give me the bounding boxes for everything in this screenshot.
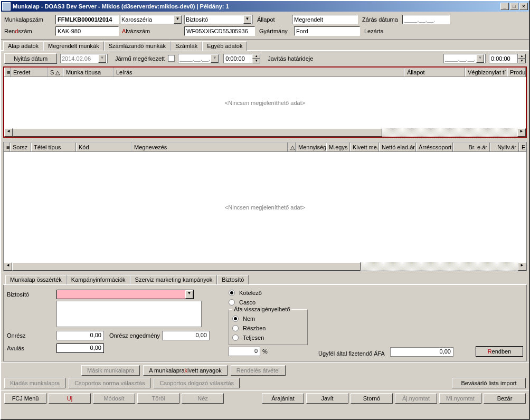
col-sort[interactable]: △ xyxy=(288,142,296,151)
col-megnevezes[interactable]: Megnevezés xyxy=(131,142,288,151)
rendben-button[interactable]: Rendben xyxy=(476,346,523,357)
grid-hscroll[interactable]: ◄ ► xyxy=(4,262,526,271)
minimize-button[interactable]: _ xyxy=(500,3,509,10)
ugyfel-afa-input[interactable]: 0,00 xyxy=(390,347,453,357)
casco-radio[interactable] xyxy=(229,299,235,306)
scroll-thumb[interactable] xyxy=(12,262,361,271)
csoportos-dolgozo-button[interactable]: Csoportos dolgozó választás xyxy=(154,378,240,388)
kiadas-munkalapra-button[interactable]: Kiadás munkalapra xyxy=(4,378,65,388)
casco-label: Casco xyxy=(237,299,255,306)
mlnyomtat-button[interactable]: Ml.nyomtat xyxy=(439,393,481,404)
col-kivett[interactable]: Kivett me. xyxy=(350,142,379,151)
reszben-radio[interactable] xyxy=(232,325,239,331)
onresz-engedmeny-input[interactable]: 0,00 xyxy=(162,331,210,340)
dropdown-icon[interactable]: ▼ xyxy=(174,15,182,24)
col-s[interactable]: S △ xyxy=(48,68,63,77)
app-icon xyxy=(2,2,11,11)
afa-fieldset: Áfa visszaigényelhető Nem Részben Teljes… xyxy=(229,309,308,345)
nem-radio[interactable] xyxy=(232,316,239,322)
time2-input[interactable]: 0:00:00 xyxy=(489,54,518,63)
time1-input[interactable]: 0:00:00 xyxy=(223,54,252,63)
arajanlat-button[interactable]: Árajánlat xyxy=(262,393,304,404)
torol-button[interactable]: Töröl xyxy=(137,393,179,404)
nyitas-datum-button[interactable]: Nyitás dátum xyxy=(4,53,57,64)
kotelezo-radio[interactable] xyxy=(229,290,235,296)
karosszeria-select[interactable]: Karosszéria▼ xyxy=(120,15,183,24)
col-netto[interactable]: Nettó elad.ár xyxy=(379,142,416,151)
col-vegbizonylat[interactable]: Végbizonylat tí xyxy=(465,68,507,77)
csoportos-norma-button[interactable]: Csoportos norma választás xyxy=(69,378,150,388)
biztosito-select[interactable]: Biztosító▼ xyxy=(184,15,253,24)
storno-button[interactable]: Stornó xyxy=(351,393,393,404)
onresz-input[interactable]: 0,00 xyxy=(56,331,104,340)
col-kod[interactable]: Kód xyxy=(76,142,131,151)
close-button[interactable]: × xyxy=(519,3,528,10)
col-selector[interactable]: ≡ xyxy=(4,142,10,151)
maximize-button[interactable]: □ xyxy=(510,3,518,10)
nyitas-datum-select[interactable]: 2014.02.06▼ xyxy=(60,54,108,63)
date1-select[interactable]: ____.__.__.▼ xyxy=(178,54,220,63)
tab-szamlak[interactable]: Számlák xyxy=(171,41,202,51)
scroll-right-icon[interactable]: ► xyxy=(517,128,526,137)
scroll-right-icon[interactable]: ► xyxy=(518,262,526,271)
nez-button[interactable]: Néz xyxy=(182,393,224,404)
col-leiras[interactable]: Leírás xyxy=(113,68,404,77)
dropdown-icon[interactable]: ▼ xyxy=(243,15,251,24)
javit-button[interactable]: Javít xyxy=(306,393,348,404)
tab-megrendelt-munkak[interactable]: Megrendelt munkák xyxy=(43,41,104,51)
jarmu-checkbox[interactable] xyxy=(168,55,175,62)
date2-select[interactable]: ____.__.__.▼ xyxy=(443,54,486,63)
tab-kampanyinfo[interactable]: Kampányinformációk xyxy=(67,275,130,284)
modosit-button[interactable]: Módosít xyxy=(93,393,135,404)
col-tetel-tipus[interactable]: Tétel típus xyxy=(31,142,76,151)
tab-szerviz-marketing[interactable]: Szerviz marketing kampányok xyxy=(130,275,217,284)
uj-button[interactable]: Uj xyxy=(49,393,91,404)
col-mennyiseg[interactable]: Mennyiség xyxy=(296,142,326,151)
bevasarlo-lista-button[interactable]: Bevásárló lista import xyxy=(452,378,526,388)
scroll-left-icon[interactable]: ◄ xyxy=(4,262,12,271)
col-arres[interactable]: Árréscsoport xyxy=(416,142,453,151)
grid-hscroll[interactable]: ◄ ► xyxy=(4,128,526,137)
biztosito-input[interactable]: ▼ xyxy=(56,290,194,299)
alvazszam-field[interactable]: WF05XXGCD55J05936 xyxy=(184,26,255,36)
col-brear[interactable]: Br. e.ár xyxy=(453,142,490,151)
tab-biztosito[interactable]: Biztosító xyxy=(217,275,249,284)
tab-egyeb-adatok[interactable]: Egyéb adatok xyxy=(202,41,247,51)
window-title: Munkalap - DOAS3 Dev Server - Miklos (d3… xyxy=(13,3,500,9)
onresz-label: Önrész xyxy=(7,332,54,339)
dropdown-icon[interactable]: ▼ xyxy=(211,54,219,63)
col-produ[interactable]: Produ xyxy=(507,68,526,77)
scroll-thumb[interactable] xyxy=(13,128,382,137)
bezar-button[interactable]: Bezár xyxy=(484,393,526,404)
rendeles-atvetel-button[interactable]: Rendelés átvétel xyxy=(231,365,286,376)
tab-alap-adatok[interactable]: Alap adatok xyxy=(3,41,43,51)
munkalapszam-field: FFMLKB00001/2014 xyxy=(55,15,119,24)
kivett-anyagok-button[interactable]: A munkalapra kivett anyagok xyxy=(143,365,228,376)
dropdown-icon[interactable]: ▼ xyxy=(98,54,106,63)
dropdown-icon[interactable]: ▼ xyxy=(476,54,484,63)
col-sorsz[interactable]: Sorsz xyxy=(10,142,31,151)
percent-input[interactable]: 0 xyxy=(229,347,260,356)
dropdown-icon[interactable]: ▼ xyxy=(185,290,193,299)
col-megys[interactable]: M.egys xyxy=(326,142,350,151)
biztosito-textarea[interactable] xyxy=(56,301,202,327)
tab-munkalap-osszertek[interactable]: Munkalap összérték xyxy=(5,275,67,284)
col-nyilvar[interactable]: Nyilv.ár xyxy=(490,142,519,151)
avulas-input[interactable]: 0,00 xyxy=(56,343,104,353)
col-selector[interactable]: ≡ xyxy=(4,68,11,77)
col-eredet[interactable]: Eredet xyxy=(11,68,48,77)
teljesen-radio[interactable] xyxy=(232,335,239,341)
time2-spinner[interactable]: ▲▼ xyxy=(518,54,526,63)
col-munka-tipusa[interactable]: Munka típusa xyxy=(63,68,113,77)
grid-header: ≡ Sorsz Tétel típus Kód Megnevezés △ Men… xyxy=(4,142,526,152)
tab-szamlazando-munkak[interactable]: Számlázandó munkák xyxy=(104,41,171,51)
ajnyomtat-button[interactable]: Áj.nyomtat xyxy=(395,393,437,404)
rendszam-field[interactable]: KAK-980 xyxy=(55,26,119,36)
fcj-menu-button[interactable]: FCJ Menü xyxy=(4,393,46,404)
scroll-left-icon[interactable]: ◄ xyxy=(4,128,13,137)
col-allapot[interactable]: Állapot xyxy=(404,68,465,77)
masik-munkalapra-button[interactable]: Másik munkalapra xyxy=(81,365,140,376)
main-tabs: Alap adatok Megrendelt munkák Számlázand… xyxy=(1,41,529,51)
col-e[interactable]: E xyxy=(519,142,526,151)
time1-spinner[interactable]: ▲▼ xyxy=(252,54,260,63)
